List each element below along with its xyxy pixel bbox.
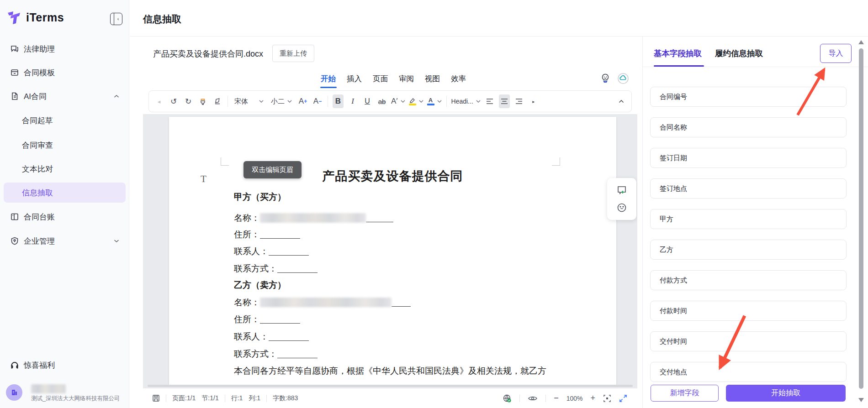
clear-format-icon[interactable] [212,94,223,108]
sidebar-item-benefits[interactable]: 惊喜福利 [4,355,126,375]
blank-underline [392,298,411,307]
cloud-sync-icon[interactable] [617,73,629,84]
bold-button[interactable]: B [333,94,344,108]
sidebar-item-contract-review[interactable]: 合同审查 [4,135,126,155]
tab-page[interactable]: 页面 [373,74,388,84]
sidebar-item-legal-assistant[interactable]: 法律助理 [4,39,126,59]
field-item[interactable]: 交付地点 [650,362,847,382]
more-tools-icon[interactable]: ▸ [528,94,539,108]
contract-line: 联系人： [234,331,309,343]
align-center-button[interactable] [499,94,510,108]
horizontal-scrollbar[interactable] [148,385,633,387]
tab-performance-info[interactable]: 履约信息抽取 [715,48,763,59]
party-a-heading: 甲方（买方） [234,191,286,203]
font-size-select[interactable]: 小二 [269,94,294,108]
assistant-mascot-icon[interactable] [599,73,611,84]
sidebar-item-enterprise-mgmt[interactable]: 企业管理 [4,231,126,251]
sidebar-item-contract-ledger[interactable]: 合同台账 [4,207,126,227]
italic-button[interactable]: I [347,94,358,108]
field-item-label: 付款方式 [660,276,687,285]
brand-logo: iTerms [6,10,64,25]
template-box-icon [10,68,19,77]
contract-closing-line: 本合同各方经平等自愿协商，根据《中华人民共和国民法典》及相关法规，就乙方 [234,365,546,377]
add-field-button[interactable]: 新增字段 [651,385,719,402]
field-item-label: 合同名称 [660,123,687,132]
sidebar-item-label: 合同模板 [24,68,55,78]
field-item[interactable]: 付款方式 [650,270,847,290]
field-item[interactable]: 交付时间 [650,331,847,351]
sidebar-item-contract-template[interactable]: 合同模板 [4,63,126,83]
sidebar-item-ai-contract[interactable]: AI合同 [4,86,126,106]
fit-page-icon[interactable] [603,394,611,403]
add-comment-icon[interactable] [616,185,627,196]
chevron-down-icon [287,100,292,103]
tab-review[interactable]: 审阅 [399,74,414,84]
strikethrough-button[interactable]: ab [376,94,387,108]
sidebar-item-contract-draft[interactable]: 合同起草 [4,110,126,131]
tab-view[interactable]: 视图 [425,74,440,84]
field-item[interactable]: 合同编号 [650,87,847,107]
field-item[interactable]: 合同名称 [650,117,847,137]
redo-icon[interactable]: ↻ [183,94,194,108]
tab-efficiency[interactable]: 效率 [451,74,466,84]
save-icon[interactable] [152,394,160,402]
language-check-icon[interactable] [503,394,512,403]
sidebar-collapse-icon[interactable]: ‹ [110,13,122,25]
field-item[interactable]: 付款时间 [650,301,847,321]
font-family-select[interactable]: 宋体 [233,94,265,108]
font-family-value: 宋体 [234,97,248,106]
start-extract-button[interactable]: 开始抽取 [726,385,846,402]
status-page: 页面:1/1 [172,394,196,403]
contract-line: 住所： [234,229,300,241]
field-item[interactable]: 签订日期 [650,148,847,168]
blank-underline [366,213,393,222]
decrease-font-button[interactable]: A− [312,94,323,108]
blank-underline [260,314,300,324]
import-button[interactable]: 导入 [820,44,852,63]
field-item[interactable]: 甲方 [650,209,847,229]
sidebar-item-text-compare[interactable]: 文本比对 [4,159,126,179]
user-name-redacted [31,384,66,393]
contract-line: 联系方式： [234,348,318,360]
scrollbar-down-arrow[interactable] [858,398,864,402]
zoom-in-button[interactable]: + [590,393,595,403]
tab-basic-fields[interactable]: 基本字段抽取 [654,48,702,59]
sidebar-item-info-extraction[interactable]: 信息抽取 [4,183,126,203]
font-color-button[interactable]: A [427,94,442,108]
status-divider [545,395,546,402]
zoom-out-button[interactable]: − [554,393,559,403]
highlight-color-button[interactable] [409,94,423,108]
document-filename: 产品买卖及设备提供合同.docx [153,48,263,59]
scrollbar-up-arrow[interactable] [858,40,864,44]
field-item[interactable]: 乙方 [650,240,847,260]
status-divider [225,395,225,402]
format-painter-icon[interactable] [197,94,208,108]
fullscreen-icon[interactable] [619,394,627,403]
field-label: 联系方式： [234,349,277,359]
underline-button[interactable]: U [362,94,373,108]
align-right-button[interactable] [513,94,524,108]
tab-home[interactable]: 开始 [321,74,336,84]
nav-back-icon[interactable]: ◂ [153,94,164,108]
document-page[interactable]: T 双击编辑页眉 产品买卖及设备提供合同 甲方（买方） 名称： 住所： 联系人：… [169,117,616,385]
field-label: 联系方式： [234,264,277,273]
superscript-button[interactable]: A′ [391,94,405,108]
collapse-toolbar-icon[interactable] [616,94,627,108]
reupload-button[interactable]: 重新上传 [272,45,314,62]
scrollbar-thumb[interactable] [859,48,863,389]
status-divider [266,395,267,402]
increase-font-button[interactable]: A+ [297,94,308,108]
emoji-icon[interactable] [616,202,627,213]
heading-style-select[interactable]: Headi... [451,94,481,108]
blank-underline [260,230,300,239]
align-left-button[interactable] [484,94,495,108]
sidebar-item-label: 企业管理 [24,236,55,246]
headphones-icon [10,361,19,370]
document-icon [10,92,19,101]
preview-eye-icon[interactable] [528,395,538,402]
tab-insert[interactable]: 插入 [347,74,362,84]
building-icon [10,388,18,397]
field-item[interactable]: 签订地点 [650,178,847,199]
undo-icon[interactable]: ↺ [168,94,179,108]
sidebar-item-label: 合同审查 [22,140,53,151]
